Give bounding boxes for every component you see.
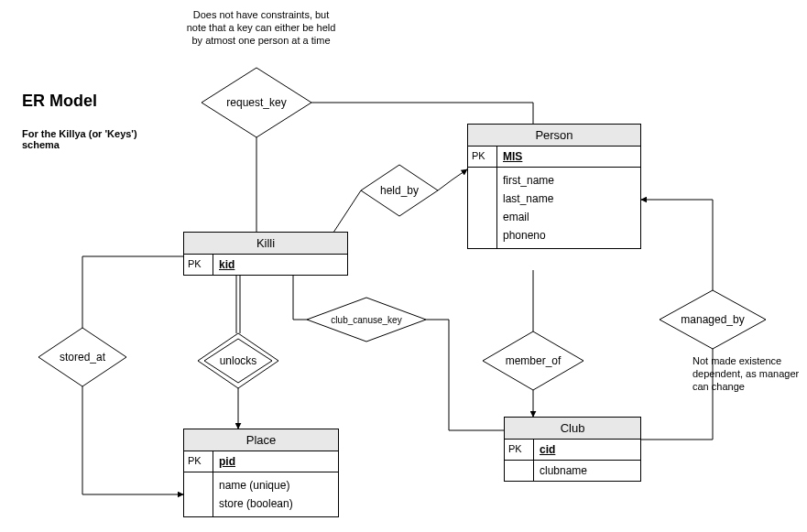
- entity-person-pk-attr: MIS: [497, 147, 640, 167]
- entity-club-pk-attr: cid: [534, 440, 640, 460]
- rel-club-canuse-key: club_canuse_key: [307, 298, 426, 342]
- entity-club-attr: clubname: [534, 461, 640, 481]
- rel-unlocks-label: unlocks: [220, 354, 257, 367]
- rel-managed-by-label: managed_by: [681, 313, 744, 326]
- entity-person: Person PK MIS first_name last_name email…: [467, 124, 641, 249]
- rel-stored-at: stored_at: [38, 328, 126, 386]
- entity-killi-pk-attr: kid: [213, 255, 347, 275]
- page-subtitle: For the Killya (or 'Keys') schema: [22, 128, 169, 150]
- entity-killi-pk-label: PK: [184, 255, 213, 275]
- entity-person-attr: email: [503, 208, 635, 226]
- entity-place-pk-label: PK: [184, 451, 213, 472]
- entity-place-attr: name (unique): [219, 476, 333, 494]
- rel-unlocks: unlocks: [198, 333, 278, 388]
- rel-member-of: member_of: [483, 331, 583, 390]
- entity-person-attr: phoneno: [503, 226, 635, 244]
- rel-member-of-label: member_of: [506, 354, 562, 367]
- entity-person-attr: last_name: [503, 190, 635, 208]
- note-request-key: Does not have constraints, but note that…: [183, 9, 339, 47]
- diagram-canvas: [0, 0, 807, 532]
- rel-club-canuse-key-label: club_canuse_key: [331, 315, 401, 325]
- page-title: ER Model: [22, 92, 97, 111]
- entity-person-attr: first_name: [503, 171, 635, 190]
- entity-club: Club PK cid clubname: [504, 417, 641, 482]
- entity-place-pk-attr: pid: [213, 451, 338, 472]
- entity-person-header: Person: [468, 125, 640, 147]
- entity-club-pk-label: PK: [505, 440, 534, 460]
- rel-request-key: request_key: [202, 68, 311, 137]
- entity-killi: Killi PK kid: [183, 232, 348, 276]
- entity-place-header: Place: [184, 429, 338, 451]
- note-managed-by: Not made existence dependent, as manager…: [692, 355, 802, 393]
- entity-club-header: Club: [505, 418, 640, 440]
- rel-stored-at-label: stored_at: [60, 351, 105, 364]
- rel-managed-by: managed_by: [660, 290, 766, 349]
- rel-held-by: held_by: [361, 165, 438, 216]
- rel-held-by-label: held_by: [380, 184, 419, 197]
- entity-place: Place PK pid name (unique) store (boolea…: [183, 429, 339, 517]
- rel-request-key-label: request_key: [226, 96, 286, 109]
- entity-person-pk-label: PK: [468, 147, 497, 167]
- entity-killi-header: Killi: [184, 233, 347, 255]
- entity-place-attr: store (boolean): [219, 494, 333, 513]
